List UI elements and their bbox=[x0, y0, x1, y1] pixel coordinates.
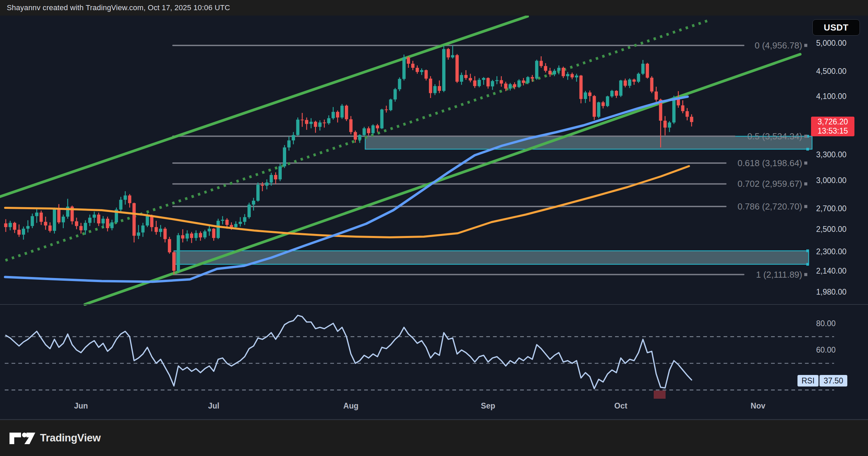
candle-body bbox=[133, 203, 136, 236]
footer-bar: TradingView bbox=[0, 420, 868, 456]
candle-body bbox=[13, 223, 16, 230]
candle-body bbox=[163, 229, 167, 239]
candle-body bbox=[323, 122, 326, 123]
candle-body bbox=[274, 175, 277, 179]
candle bbox=[371, 124, 375, 135]
candle-body bbox=[588, 93, 592, 96]
candle-body bbox=[26, 226, 29, 229]
candle bbox=[597, 102, 600, 118]
candle-body bbox=[310, 122, 313, 124]
candle-body bbox=[332, 112, 335, 118]
candle-body bbox=[509, 84, 512, 88]
candle-body bbox=[106, 219, 109, 228]
candle-body bbox=[425, 70, 428, 79]
candle bbox=[535, 60, 538, 80]
candle-body bbox=[686, 111, 689, 117]
fib-label-0.618: 0.618 (3,198.64) bbox=[737, 158, 802, 168]
candle-body bbox=[632, 80, 636, 82]
candle-body bbox=[79, 226, 83, 231]
mid-support-zone bbox=[365, 136, 812, 149]
candle-body bbox=[190, 234, 193, 238]
fib-marker-0.618 bbox=[804, 161, 807, 164]
x-axis-label-Jul: Jul bbox=[208, 401, 219, 410]
y-axis-label: 5,000.00 bbox=[816, 39, 847, 47]
candle-body bbox=[482, 78, 486, 80]
candle-body bbox=[438, 86, 441, 91]
fib-label-0.786: 0.786 (2,720.70) bbox=[737, 201, 802, 212]
candle bbox=[296, 118, 300, 136]
candle-body bbox=[256, 185, 260, 201]
candle bbox=[646, 63, 649, 79]
rsi-axis-label: 80.00 bbox=[816, 319, 836, 328]
candle-body bbox=[650, 78, 654, 92]
attribution-text: Shayannv created with TradingView.com, O… bbox=[7, 3, 230, 12]
candle-body bbox=[35, 213, 39, 216]
tradingview-logo-icon[interactable] bbox=[9, 431, 35, 445]
mid-support-zone-axis-marker bbox=[806, 148, 809, 151]
candle-body bbox=[385, 110, 388, 110]
candle-countdown: 13:53:15 bbox=[817, 126, 848, 136]
candle bbox=[380, 109, 383, 129]
candle-body bbox=[442, 49, 446, 91]
candle-body bbox=[22, 229, 25, 235]
candle-body bbox=[610, 91, 614, 96]
currency-toggle-button[interactable]: USDT bbox=[812, 19, 860, 36]
candle-body bbox=[17, 230, 21, 235]
candle-body bbox=[619, 80, 623, 96]
candle-body bbox=[681, 105, 685, 111]
fib-label-0.702: 0.702 (2,959.67) bbox=[737, 179, 802, 189]
candle-body bbox=[230, 225, 233, 227]
candle-body bbox=[225, 220, 229, 225]
candle-body bbox=[159, 229, 162, 232]
rsi-value-chip: 37.50 bbox=[820, 375, 847, 386]
candle-body bbox=[283, 147, 286, 166]
candle bbox=[398, 77, 401, 91]
candle bbox=[517, 79, 521, 88]
candle-body bbox=[455, 55, 459, 82]
candle-body bbox=[376, 125, 379, 128]
candle-body bbox=[292, 135, 295, 140]
candle-body bbox=[318, 122, 322, 127]
candle-body bbox=[460, 75, 463, 82]
last-price-badge: 3,726.20 13:53:15 bbox=[811, 117, 854, 136]
chart-canvas[interactable]: 0 (4,956.78)0.5 (3,534.34)0.618 (3,198.6… bbox=[0, 0, 868, 456]
candle-body bbox=[526, 77, 530, 83]
candle-body bbox=[500, 80, 503, 83]
candle-body bbox=[531, 77, 534, 79]
candle bbox=[53, 207, 56, 234]
candle-body bbox=[124, 196, 127, 200]
candle-body bbox=[261, 185, 264, 186]
last-price-value: 3,726.20 bbox=[817, 117, 848, 126]
candle-body bbox=[362, 128, 366, 135]
candle-body bbox=[88, 218, 92, 223]
candle-body bbox=[495, 80, 499, 81]
candle-body bbox=[75, 221, 78, 226]
candle-body bbox=[407, 57, 410, 64]
fib-marker-1 bbox=[804, 273, 807, 276]
candle-body bbox=[239, 222, 242, 224]
candle-body bbox=[181, 235, 184, 239]
candle-body bbox=[265, 182, 269, 185]
candle-body bbox=[314, 122, 317, 127]
candle-body bbox=[615, 91, 618, 96]
candle-body bbox=[354, 132, 357, 139]
x-axis-label-Sep: Sep bbox=[481, 401, 495, 410]
candle-body bbox=[606, 96, 609, 106]
candle-body bbox=[394, 89, 397, 99]
candle-body bbox=[668, 122, 671, 127]
candle-body bbox=[416, 68, 419, 72]
y-axis-label: 2,700.00 bbox=[816, 204, 847, 213]
candle-body bbox=[579, 76, 583, 99]
tradingview-wordmark[interactable]: TradingView bbox=[40, 432, 101, 444]
candle-body bbox=[97, 215, 100, 223]
y-axis-label: 4,100.00 bbox=[816, 92, 847, 101]
candle-body bbox=[548, 71, 552, 75]
candle bbox=[340, 104, 344, 119]
candle-body bbox=[544, 66, 547, 71]
candle-body bbox=[535, 61, 538, 78]
candle-body bbox=[172, 252, 176, 271]
fib-marker-0 bbox=[804, 44, 807, 47]
candle-body bbox=[398, 79, 401, 89]
candle bbox=[168, 237, 171, 254]
candle-body bbox=[380, 110, 383, 128]
